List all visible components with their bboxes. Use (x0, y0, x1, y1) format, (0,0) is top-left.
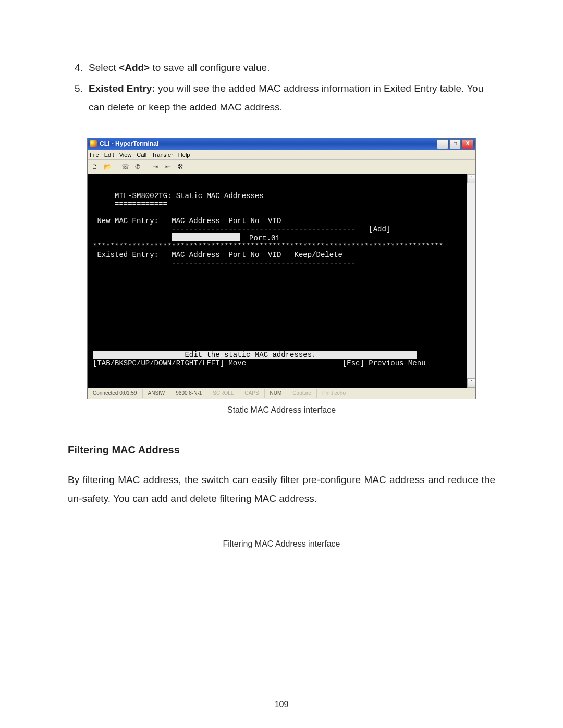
instr4-prefix: Select (89, 62, 119, 73)
col-port: Port No (228, 217, 259, 225)
terminal-area: MIL-SM8002TG: Static MAC Addresses =====… (88, 174, 475, 388)
menubar: File Edit View Call Transfer Help (88, 150, 475, 160)
menu-file[interactable]: File (90, 152, 99, 158)
menu-call[interactable]: Call (137, 152, 146, 158)
existed-entry-label: Existed Entry: (97, 251, 158, 259)
new-file-icon[interactable]: 🗋 (90, 162, 100, 172)
status-emulation: ANSIW (143, 389, 171, 398)
port-value[interactable]: Port.01 (249, 234, 280, 242)
status-capture: Capture (287, 389, 317, 398)
col-port-2: Port No (228, 251, 259, 259)
receive-icon[interactable]: ⇤ (163, 162, 173, 172)
col-mac: MAC Address (172, 217, 219, 225)
status-connected: Connected 0:01:59 (88, 389, 143, 398)
toolbar: 🗋 📂 ☏ ✆ ⇥ ⇤ 🛠 (88, 160, 475, 174)
instr5-label: Existed Entry: (89, 83, 155, 94)
menu-transfer[interactable]: Transfer (152, 152, 173, 158)
statusbar: Connected 0:01:59 ANSIW 9600 8-N-1 SCROL… (88, 388, 475, 399)
instr4-suffix: to save all configure value. (150, 62, 270, 73)
scroll-down-icon[interactable]: ˅ (467, 378, 475, 388)
mac-address-input[interactable] (172, 233, 240, 241)
properties-icon[interactable]: 🛠 (175, 162, 186, 172)
col-vid: VID (268, 217, 281, 225)
instruction-5: Existed Entry: you will see the added MA… (85, 79, 495, 117)
footer-esc-hint: [Esc] Previous Menu (342, 359, 426, 367)
term-separator: ****************************************… (93, 242, 443, 251)
close-button[interactable]: X (462, 139, 473, 149)
minimize-button[interactable]: _ (437, 139, 448, 149)
page-number: 109 (0, 700, 563, 709)
col-mac-2: MAC Address (172, 251, 219, 259)
dashes-2: ----------------------------------------… (172, 259, 356, 267)
term-title: MIL-SM8002TG: Static MAC Addresses (115, 192, 264, 200)
app-icon (90, 140, 97, 147)
status-port: 9600 8-N-1 (170, 389, 207, 398)
status-caps: CAPS (239, 389, 264, 398)
window-title: CLI - HyperTerminal (100, 140, 436, 147)
menu-edit[interactable]: Edit (104, 152, 114, 158)
section-body-filtering: By filtering MAC address, the switch can… (68, 471, 495, 508)
footer-title-wrap: Edit the static MAC addresses. (93, 351, 417, 359)
dashes-1: ----------------------------------------… (172, 225, 356, 233)
scroll-track[interactable] (467, 183, 475, 378)
section-heading-filtering: Filtering MAC Address (68, 444, 495, 456)
menu-view[interactable]: View (119, 152, 132, 158)
hyperterminal-window: CLI - HyperTerminal _ □ X File Edit View… (87, 138, 476, 399)
status-scroll: SCROLL (207, 389, 239, 398)
status-printecho: Print echo (317, 389, 351, 398)
status-num: NUM (265, 389, 288, 398)
send-icon[interactable]: ⇥ (150, 162, 161, 172)
maximize-button[interactable]: □ (449, 139, 461, 149)
term-title-underline: ============ (115, 200, 167, 208)
scroll-up-icon[interactable]: ˄ (467, 174, 475, 183)
instruction-4: Select <Add> to save all configure value… (85, 58, 495, 77)
col-vid-2: VID (268, 251, 281, 259)
col-keep-delete: Keep/Delete (295, 251, 342, 259)
instr4-code: <Add> (119, 62, 150, 73)
footer-heading: Edit the static MAC addresses. (185, 351, 316, 359)
disconnect-icon[interactable]: ✆ (132, 162, 143, 172)
terminal-output[interactable]: MIL-SM8002TG: Static MAC Addresses =====… (88, 174, 467, 388)
figure-caption-2: Filtering MAC Address interface (68, 539, 495, 549)
vertical-scrollbar[interactable]: ˄ ˅ (467, 174, 475, 388)
footer-nav-hint: [TAB/BKSPC/UP/DOWN/RIGHT/LEFT] Move (93, 359, 246, 367)
new-mac-label: New MAC Entry: (97, 217, 158, 225)
connect-icon[interactable]: ☏ (120, 162, 130, 172)
figure-caption-1: Static MAC Address interface (68, 405, 495, 415)
open-folder-icon[interactable]: 📂 (102, 162, 113, 172)
menu-help[interactable]: Help (178, 152, 190, 158)
titlebar[interactable]: CLI - HyperTerminal _ □ X (88, 138, 475, 150)
add-button[interactable]: [Add] (369, 225, 390, 233)
